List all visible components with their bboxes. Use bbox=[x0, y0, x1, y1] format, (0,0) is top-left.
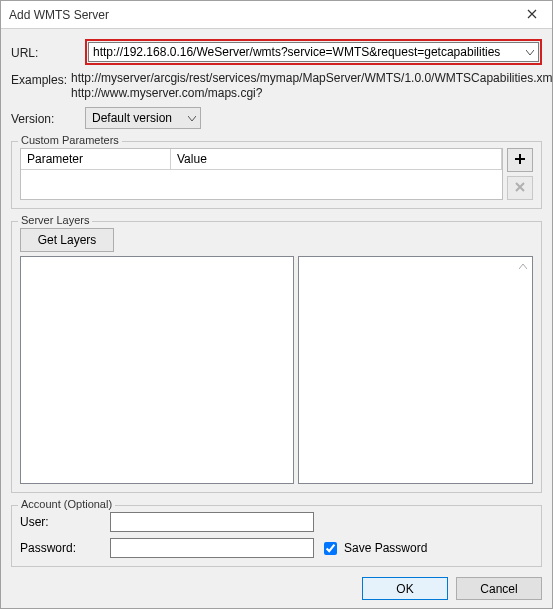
user-row: User: bbox=[20, 512, 533, 532]
ok-button[interactable]: OK bbox=[362, 577, 448, 600]
example-line-2: http://www.myserver.com/maps.cgi? bbox=[71, 86, 553, 101]
examples-label: Examples: bbox=[11, 71, 67, 87]
password-label: Password: bbox=[20, 541, 110, 555]
remove-parameter-button bbox=[507, 176, 533, 200]
version-selected: Default version bbox=[92, 111, 172, 125]
server-layers-legend: Server Layers bbox=[18, 214, 92, 226]
close-icon bbox=[527, 8, 537, 22]
examples-text: http://myserver/arcgis/rest/services/mym… bbox=[71, 71, 553, 101]
column-value[interactable]: Value bbox=[171, 149, 502, 170]
layers-list-panel[interactable] bbox=[20, 256, 294, 484]
add-parameter-button[interactable] bbox=[507, 148, 533, 172]
version-select[interactable]: Default version bbox=[85, 107, 201, 129]
example-line-1: http://myserver/arcgis/rest/services/mym… bbox=[71, 71, 553, 86]
url-input[interactable] bbox=[89, 45, 522, 59]
params-table[interactable]: Parameter Value bbox=[20, 148, 503, 200]
get-layers-button[interactable]: Get Layers bbox=[20, 228, 114, 252]
chevron-down-icon bbox=[188, 111, 196, 125]
save-password-wrap[interactable]: Save Password bbox=[320, 539, 427, 558]
version-row: Version: Default version bbox=[11, 107, 542, 129]
cancel-button[interactable]: Cancel bbox=[456, 577, 542, 600]
layer-panels bbox=[20, 256, 533, 484]
close-button[interactable] bbox=[512, 1, 552, 29]
save-password-checkbox[interactable] bbox=[324, 542, 337, 555]
param-buttons bbox=[507, 148, 533, 200]
params-area: Parameter Value bbox=[20, 148, 533, 200]
custom-parameters-group: Custom Parameters Parameter Value bbox=[11, 141, 542, 209]
column-parameter[interactable]: Parameter bbox=[21, 149, 171, 170]
save-password-label: Save Password bbox=[344, 541, 427, 555]
titlebar: Add WMTS Server bbox=[1, 1, 552, 29]
url-highlight bbox=[85, 39, 542, 65]
password-input[interactable] bbox=[110, 538, 314, 558]
server-layers-group: Server Layers Get Layers bbox=[11, 221, 542, 493]
custom-parameters-legend: Custom Parameters bbox=[18, 134, 122, 146]
url-dropdown-button[interactable] bbox=[522, 45, 538, 59]
dialog-content: URL: Examples: http://myserver/arcgis/re… bbox=[1, 29, 552, 573]
chevron-down-icon bbox=[526, 45, 534, 59]
examples-row: Examples: http://myserver/arcgis/rest/se… bbox=[11, 71, 542, 101]
window-title: Add WMTS Server bbox=[9, 8, 109, 22]
scroll-up-button[interactable] bbox=[516, 259, 530, 273]
account-legend: Account (Optional) bbox=[18, 498, 115, 510]
x-icon bbox=[515, 181, 525, 195]
version-label: Version: bbox=[11, 110, 81, 126]
user-label: User: bbox=[20, 515, 110, 529]
dialog-window: Add WMTS Server URL: Exam bbox=[0, 0, 553, 609]
layer-details-panel[interactable] bbox=[298, 256, 533, 484]
password-row: Password: Save Password bbox=[20, 538, 533, 558]
url-row: URL: bbox=[11, 39, 542, 65]
chevron-up-icon bbox=[519, 259, 527, 273]
user-input[interactable] bbox=[110, 512, 314, 532]
url-label: URL: bbox=[11, 44, 81, 60]
plus-icon bbox=[514, 153, 526, 168]
url-combobox[interactable] bbox=[88, 42, 539, 62]
dialog-buttons: OK Cancel bbox=[1, 573, 552, 608]
params-header: Parameter Value bbox=[21, 149, 502, 170]
account-group: Account (Optional) User: Password: Save … bbox=[11, 505, 542, 567]
